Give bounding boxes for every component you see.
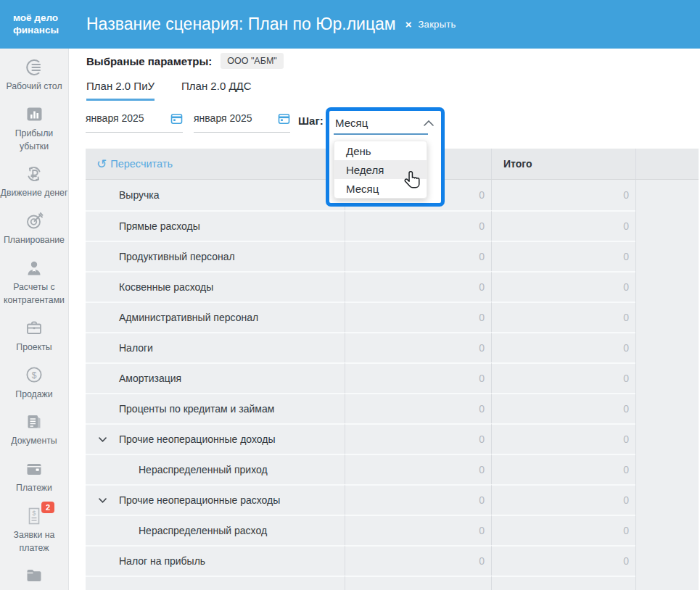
sidebar: Рабочий стол Прибыли убытки Движение ден… <box>0 49 69 590</box>
filler-cell <box>635 545 699 576</box>
sidebar-item-payments[interactable]: Платежи <box>0 459 69 495</box>
sidebar-item-label: Проекты <box>0 341 68 354</box>
step-dropdown-highlight-box: Месяц День Неделя Месяц <box>326 107 445 207</box>
svg-text:$: $ <box>32 370 37 381</box>
logo-line1: моё дело <box>13 12 69 25</box>
row-label: Выручка <box>119 189 160 201</box>
target-icon <box>25 211 44 230</box>
calendar-icon[interactable] <box>170 112 183 125</box>
total-value-cell: 0 <box>491 332 635 362</box>
step-label: Шаг: <box>298 115 324 127</box>
sidebar-item-label: Расчеты с контрагентами <box>0 281 68 307</box>
workspace-icon <box>25 57 44 77</box>
row-label: Амортизация <box>119 373 181 384</box>
sidebar-item-label: Продажи <box>0 389 68 402</box>
documents-icon <box>25 412 44 431</box>
step-select[interactable]: Месяц <box>335 117 434 129</box>
sidebar-item-label: Документы <box>0 435 68 448</box>
badge-count: 2 <box>41 502 54 513</box>
total-value-cell: 0 <box>491 515 635 545</box>
month-value-cell: 0 <box>345 454 491 484</box>
date-from-input[interactable]: января 2025 <box>86 112 183 133</box>
sidebar-item-label: Движение денег <box>0 187 68 200</box>
sidebar-item-payment-requests[interactable]: $ 2 Заявки на платеж <box>0 506 69 555</box>
page-title: Название сценария: План по Юр.лицам <box>86 14 396 34</box>
step-option-day[interactable]: День <box>334 141 427 160</box>
total-value-cell: 0 <box>491 393 635 423</box>
sidebar-item-projects[interactable]: Проекты <box>0 318 69 354</box>
sidebar-item-label: Прибыли убытки <box>0 128 68 154</box>
filler-cell <box>635 484 699 515</box>
cursor-hand-icon <box>403 170 424 193</box>
sidebar-item-sales[interactable]: $ Продажи <box>0 365 69 402</box>
sidebar-item-label: Заявки на платеж <box>0 529 68 555</box>
chevron-down-icon[interactable] <box>99 498 107 503</box>
sidebar-item-counterparties[interactable]: Расчеты с контрагентами <box>0 258 69 307</box>
person-icon <box>25 258 44 278</box>
plan-tabs: План 2.0 ПиУ План 2.0 ДДС <box>86 80 252 101</box>
month-value-cell: 0 <box>345 210 491 241</box>
row-label: Налоги <box>119 342 153 354</box>
filler-cell <box>635 423 699 454</box>
sidebar-item-workspace[interactable]: Рабочий стол <box>0 57 69 94</box>
step-select-value: Месяц <box>335 117 368 129</box>
row-label: Административный персонал <box>119 312 258 323</box>
filler-cell <box>635 180 699 210</box>
row-label: Прочие неоперационные доходы <box>119 433 276 445</box>
sidebar-item-label: Планирование <box>0 234 68 247</box>
folder-icon <box>25 566 44 586</box>
selected-params-label: Выбраные параметры: <box>86 55 212 67</box>
tab-plan-piu[interactable]: План 2.0 ПиУ <box>86 80 155 101</box>
filler-cell <box>635 271 699 302</box>
month-value-cell: 0 <box>345 393 491 423</box>
table-row-expandable: Прочие неоперационные расходы 0 0 <box>86 484 699 515</box>
date-to-input[interactable]: января 2025 <box>194 112 290 133</box>
month-value-cell: 0 <box>345 423 491 454</box>
company-chip[interactable]: ООО "АБМ" <box>221 53 283 69</box>
table-body: Выручка 0 0 Прямые расходы 0 0 Продуктив… <box>86 180 699 590</box>
close-icon[interactable]: × <box>405 18 412 30</box>
filler-cell <box>635 332 699 362</box>
app-header: моё дело финансы Название сценария: План… <box>0 0 700 49</box>
table-row: Косвенные расходы 0 0 <box>86 271 699 302</box>
table-row: Продуктивный персонал 0 0 <box>86 241 699 271</box>
chevron-down-icon[interactable] <box>99 437 107 442</box>
sidebar-item-cashflow[interactable]: Движение денег <box>0 164 69 200</box>
chevron-up-icon <box>424 120 434 126</box>
filler-cell <box>635 302 699 332</box>
sidebar-item-directories[interactable]: Справочники <box>0 566 69 590</box>
app-logo[interactable]: моё дело финансы <box>0 12 69 37</box>
filler-cell <box>635 393 699 423</box>
month-value-cell: 0 <box>345 545 491 576</box>
month-value-cell: 0 <box>345 484 491 515</box>
sidebar-item-label: Рабочий стол <box>0 80 68 94</box>
dollar-circle-icon: $ <box>25 365 44 385</box>
month-value-cell: 0 <box>345 515 491 545</box>
total-value-cell: 0 <box>491 423 635 454</box>
date-to-value: января 2025 <box>194 112 252 124</box>
filler-column-header <box>635 149 699 179</box>
refresh-icon: ↺ <box>96 158 107 170</box>
row-label: Прочие неоперационные расходы <box>119 494 280 506</box>
filler-cell <box>635 515 699 545</box>
month-value-cell: 0 <box>345 241 491 271</box>
total-value-cell: 0 <box>491 241 635 271</box>
table-row: Амортизация 0 0 <box>86 362 699 393</box>
row-label: Проценты по кредитам и займам <box>119 403 274 415</box>
plan-table: ↺ Пересчитать Итого Выручка 0 0 Прямые р… <box>86 149 699 590</box>
close-button[interactable]: Закрыть <box>418 19 456 30</box>
sidebar-item-pnl[interactable]: Прибыли убытки <box>0 104 69 154</box>
row-label: Нераспределенный приход <box>139 464 268 475</box>
table-row-expandable: Прочие неоперационные доходы 0 0 <box>86 423 699 454</box>
calendar-icon[interactable] <box>278 112 290 125</box>
table-row: Прямые расходы 0 0 <box>86 210 699 241</box>
tab-plan-dds[interactable]: План 2.0 ДДС <box>181 80 252 101</box>
ruble-cycle-icon <box>25 164 44 183</box>
filler-cell <box>635 362 699 393</box>
total-value-cell: 0 <box>491 302 635 332</box>
total-column-header: Итого <box>491 149 635 179</box>
sidebar-item-documents[interactable]: Документы <box>0 412 69 448</box>
month-value-cell: 0 <box>345 302 491 332</box>
sidebar-item-planning[interactable]: Планирование <box>0 211 69 247</box>
recalculate-button[interactable]: ↺ Пересчитать <box>86 158 173 170</box>
